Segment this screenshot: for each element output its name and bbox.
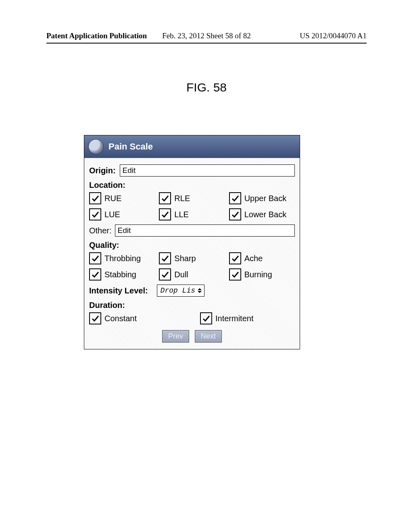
origin-edit-field[interactable]: Edit [120, 164, 295, 177]
header-rule [46, 43, 367, 44]
check-icon [89, 252, 101, 264]
checkbox-throbbing[interactable]: Throbbing [89, 252, 155, 264]
location-other-row: Other: Edit [89, 224, 295, 237]
origin-row: Origin: Edit [89, 164, 295, 177]
checkbox-lue[interactable]: LUE [89, 208, 155, 220]
checkbox-label: Lower Back [244, 210, 287, 219]
location-other-edit-field[interactable]: Edit [115, 224, 295, 237]
checkbox-ache[interactable]: Ache [229, 252, 295, 264]
checkbox-rue[interactable]: RUE [89, 192, 155, 204]
location-other-label: Other: [89, 226, 112, 235]
check-icon [159, 252, 171, 264]
spinner-icon [198, 288, 202, 293]
panel-title: Pain Scale [108, 141, 153, 152]
check-icon [229, 208, 241, 220]
checkbox-label: RLE [174, 194, 190, 203]
header-left: Patent Application Publication [46, 31, 147, 40]
checkbox-burning[interactable]: Burning [229, 268, 295, 281]
checkbox-lle[interactable]: LLE [159, 208, 225, 220]
globe-icon [88, 139, 104, 154]
check-icon [200, 312, 212, 324]
checkbox-label: Sharp [174, 254, 196, 263]
checkbox-constant[interactable]: Constant [89, 312, 184, 324]
nav-row: Prev Next [89, 330, 295, 343]
check-icon [229, 268, 241, 281]
checkbox-label: Throbbing [104, 254, 141, 263]
checkbox-upper-back[interactable]: Upper Back [229, 192, 295, 204]
checkbox-label: Burning [244, 270, 272, 279]
checkbox-intermitent[interactable]: Intermitent [200, 312, 295, 324]
checkbox-stabbing[interactable]: Stabbing [89, 268, 155, 281]
figure-caption: FIG. 58 [186, 81, 227, 94]
check-icon [89, 268, 101, 281]
header-right: US 2012/0044070 A1 [300, 31, 367, 40]
check-icon [159, 268, 171, 281]
pain-scale-panel: Pain Scale Origin: Edit Location: RUE RL… [84, 135, 300, 349]
quality-label: Quality: [89, 241, 291, 250]
checkbox-label: Stabbing [104, 270, 136, 279]
checkbox-label: Intermitent [215, 314, 253, 323]
checkbox-label: LLE [174, 210, 189, 219]
next-button[interactable]: Next [195, 330, 222, 343]
prev-button[interactable]: Prev [162, 330, 189, 343]
check-icon [159, 208, 171, 220]
checkbox-label: LUE [104, 210, 120, 219]
origin-label: Origin: [89, 166, 116, 175]
check-icon [159, 192, 171, 204]
intensity-dropdown[interactable]: Drop Lis [157, 285, 204, 297]
duration-section: Duration: Constant Intermitent [89, 301, 295, 324]
check-icon [89, 208, 101, 220]
checkbox-label: Upper Back [244, 194, 287, 203]
check-icon [229, 192, 241, 204]
intensity-label: Intensity Level: [89, 286, 148, 295]
titlebar: Pain Scale [84, 135, 300, 158]
checkbox-label: Constant [104, 314, 137, 323]
check-icon [89, 312, 101, 324]
checkbox-lower-back[interactable]: Lower Back [229, 208, 295, 220]
dropdown-text: Drop Lis [161, 287, 195, 295]
location-section: Location: RUE RLE Upper Back [89, 181, 295, 237]
check-icon [89, 192, 101, 204]
checkbox-label: Ache [244, 254, 263, 263]
header-center: Feb. 23, 2012 Sheet 58 of 82 [162, 31, 251, 40]
quality-section: Quality: Throbbing Sharp Ache [89, 241, 295, 281]
checkbox-label: RUE [104, 194, 121, 203]
intensity-row: Intensity Level: Drop Lis [89, 285, 295, 297]
checkbox-rle[interactable]: RLE [159, 192, 225, 204]
check-icon [229, 252, 241, 264]
checkbox-dull[interactable]: Dull [159, 268, 225, 281]
location-label: Location: [89, 181, 291, 190]
checkbox-label: Dull [174, 270, 188, 279]
checkbox-sharp[interactable]: Sharp [159, 252, 225, 264]
duration-label: Duration: [89, 301, 291, 310]
